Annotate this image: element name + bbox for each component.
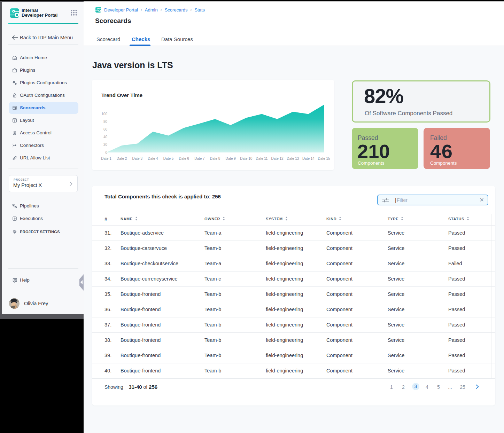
svg-text:Date 11: Date 11 xyxy=(256,157,268,160)
svg-text:Date 5: Date 5 xyxy=(163,157,174,160)
svg-text:Date 14: Date 14 xyxy=(302,157,315,160)
svg-text:Date 6: Date 6 xyxy=(179,157,189,160)
svg-text:60: 60 xyxy=(103,127,108,131)
svg-text:100: 100 xyxy=(101,112,107,116)
svg-text:Date 4: Date 4 xyxy=(148,157,158,160)
svg-text:Date 8: Date 8 xyxy=(210,157,220,160)
svg-text:Date 3: Date 3 xyxy=(132,157,143,160)
svg-text:Date 15: Date 15 xyxy=(318,157,330,160)
svg-text:80: 80 xyxy=(103,120,108,124)
svg-text:20: 20 xyxy=(103,143,108,147)
svg-text:40: 40 xyxy=(103,135,108,139)
svg-text:Date 12: Date 12 xyxy=(271,157,284,160)
svg-text:Date 10: Date 10 xyxy=(240,157,252,160)
svg-text:0: 0 xyxy=(105,151,107,155)
svg-text:Date 13: Date 13 xyxy=(287,157,299,160)
svg-text:Date 1: Date 1 xyxy=(101,157,111,160)
svg-text:Date 7: Date 7 xyxy=(194,157,205,160)
svg-text:Date 2: Date 2 xyxy=(117,157,127,160)
svg-text:Date 9: Date 9 xyxy=(225,157,236,160)
